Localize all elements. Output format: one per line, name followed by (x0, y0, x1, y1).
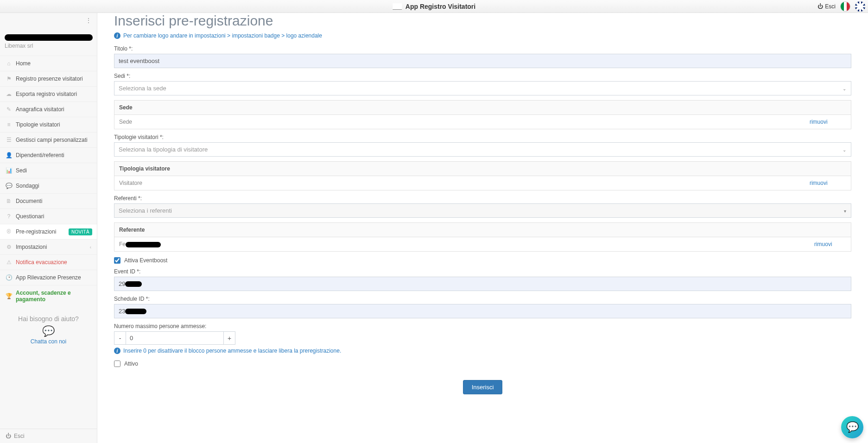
attiva-eventboost-checkbox[interactable] (114, 257, 120, 264)
remove-sede-link[interactable]: rimuovi (810, 119, 828, 125)
label-eventid: Event ID *: (114, 268, 851, 275)
sidebar-item-11[interactable]: ®Pre-registrazioniNOVITÀ (0, 224, 97, 239)
tipologia-header: Tipologia visitatore (114, 162, 786, 176)
power-icon: ⏻ (817, 3, 823, 10)
titolo-input[interactable] (114, 54, 851, 68)
sidebar-item-label: Pre-registrazioni (16, 228, 56, 235)
referenti-select[interactable]: Seleziona i referenti ▾ (114, 203, 851, 218)
sidebar-item-label: Documenti (16, 198, 42, 204)
inserisci-button[interactable]: Inserisci (463, 380, 503, 394)
label-scheduleid: Schedule ID *: (114, 296, 851, 302)
sidebar-exit-button[interactable]: ⏻ Esci (0, 429, 97, 443)
sedi-placeholder: Seleziona la sede (119, 85, 166, 92)
sidebar-item-label: Questionari (16, 213, 44, 220)
table-row: Sede rimuovi (114, 115, 851, 129)
attiva-eventboost-label: Attiva Eventboost (124, 257, 167, 264)
sidebar-icon: 🗎 (6, 198, 12, 204)
chevron-down-icon: ⌄ (843, 86, 846, 91)
sidebar-icon: 🕑 (6, 274, 12, 281)
sidebar-item-2[interactable]: ☁Esporta registro visitatori (0, 86, 97, 101)
table-row: Visitatore rimuovi (114, 176, 851, 190)
sidebar-icon: ⚑ (6, 76, 12, 82)
decrement-button[interactable]: - (114, 331, 126, 345)
sidebar-icon: 👤 (6, 152, 12, 158)
help-box: Hai bisogno di aiuto? 💬 Chatta con noi (0, 307, 97, 353)
eventid-prefix: 29 (119, 280, 125, 287)
info-line[interactable]: i Per cambiare logo andare in impostazio… (114, 32, 851, 39)
sidebar-item-label: Gestisci campi personalizzati (16, 137, 88, 143)
tipologia-cell: Visitatore (114, 176, 786, 190)
sidebar-icon: ☁ (6, 91, 12, 97)
app-title: App Registro Visitatori (405, 3, 475, 10)
chevron-down-icon: ⌄ (843, 147, 846, 152)
sidebar-item-6[interactable]: 👤Dipendenti/referenti (0, 147, 97, 163)
sidebar-item-15[interactable]: 🏆Account, scadenze e pagamento (0, 285, 97, 307)
tipologie-placeholder: Seleziona la tipologia di visitatore (119, 146, 208, 153)
tipologie-table: Tipologia visitatore Visitatore rimuovi (114, 161, 851, 190)
sidebar-item-label: Dipendenti/referenti (16, 152, 64, 158)
help-chat-link[interactable]: Chatta con noi (4, 338, 93, 345)
sedi-table: Sede Sede rimuovi (114, 100, 851, 129)
sidebar-item-3[interactable]: ✎Anagrafica visitatori (0, 101, 97, 117)
label-referenti: Referenti *: (114, 195, 851, 202)
sidebar-icon: ✎ (6, 106, 12, 113)
info-icon: i (114, 348, 120, 354)
sidebar-item-4[interactable]: ≡Tipologie visitatori (0, 117, 97, 132)
sidebar-item-0[interactable]: ⌂Home (0, 56, 97, 71)
sidebar-item-label: Notifica evacuazione (16, 259, 67, 266)
attivo-row[interactable]: Attivo (114, 361, 851, 367)
sidebar-item-7[interactable]: 📊Sedi (0, 163, 97, 178)
sidebar-icon: 📊 (6, 167, 12, 174)
sidebar-item-12[interactable]: ⚙Impostazioni‹ (0, 239, 97, 254)
referente-cell: Fe (114, 237, 796, 252)
sidebar-item-8[interactable]: 💬Sondaggi (0, 178, 97, 193)
sidebar-icon: ☰ (6, 137, 12, 143)
sidebar-item-5[interactable]: ☰Gestisci campi personalizzati (0, 132, 97, 147)
label-sedi: Sedi *: (114, 73, 851, 79)
topbar: App Registro Visitatori ⏻ Esci (0, 0, 868, 13)
referenti-placeholder: Seleziona i referenti (119, 207, 172, 214)
sidebar-icon: 💬 (6, 183, 12, 189)
sidebar-item-9[interactable]: 🗎Documenti (0, 193, 97, 209)
sedi-select[interactable]: Seleziona la sede ⌄ (114, 81, 851, 95)
remove-tipologia-link[interactable]: rimuovi (810, 180, 828, 186)
main-content: Inserisci pre-registrazione i Per cambia… (97, 13, 868, 443)
help-title: Hai bisogno di aiuto? (4, 315, 93, 323)
info-text: Per cambiare logo andare in impostazioni… (123, 32, 322, 39)
scheduleid-input[interactable]: 23 (114, 304, 851, 318)
tipologie-select[interactable]: Seleziona la tipologia di visitatore ⌄ (114, 142, 851, 157)
chat-icon: 💬 (4, 325, 93, 337)
sidebar-item-label: Sedi (16, 167, 27, 174)
sidebar: ⋮ Libemax srl ⌂Home⚑Registro presenze vi… (0, 13, 97, 443)
sidebar-icon: ≡ (6, 121, 12, 128)
referenti-table: Referente Fe rimuovi (114, 222, 851, 252)
redacted-text (125, 281, 142, 287)
sidebar-item-14[interactable]: 🕑App Rilevazione Presenze (0, 270, 97, 285)
sidebar-more-icon[interactable]: ⋮ (85, 17, 92, 24)
exit-button-top[interactable]: ⏻ Esci (817, 3, 836, 10)
sidebar-item-label: Sondaggi (16, 183, 39, 189)
flag-uk-icon[interactable] (855, 1, 865, 12)
numero-hint-text: Inserire 0 per disattivare il blocco per… (123, 348, 341, 354)
sidebar-icon: ⌂ (6, 60, 12, 67)
sidebar-item-10[interactable]: ?Questionari (0, 209, 97, 224)
label-numero: Numero massimo persone ammesse: (114, 323, 851, 329)
exit-label: Esci (825, 3, 836, 10)
sidebar-icon: ⚠ (6, 259, 12, 266)
chat-widget-button[interactable]: 💬 (841, 416, 863, 438)
attivo-checkbox[interactable] (114, 361, 120, 367)
sidebar-icon: ® (6, 228, 12, 235)
novita-badge: NOVITÀ (69, 228, 92, 235)
sidebar-item-13[interactable]: ⚠Notifica evacuazione (0, 254, 97, 270)
attiva-eventboost-row[interactable]: Attiva Eventboost (114, 257, 851, 264)
eventid-input[interactable]: 29 (114, 277, 851, 291)
remove-referente-link[interactable]: rimuovi (814, 241, 832, 247)
sidebar-item-1[interactable]: ⚑Registro presenze visitatori (0, 71, 97, 86)
referente-header: Referente (114, 223, 796, 237)
chevron-left-icon: ‹ (90, 245, 91, 250)
sede-header: Sede (114, 101, 786, 115)
sidebar-nav: ⌂Home⚑Registro presenze visitatori☁Espor… (0, 56, 97, 307)
flag-it-icon[interactable] (840, 1, 850, 12)
increment-button[interactable]: + (223, 331, 235, 345)
numero-input[interactable] (126, 331, 223, 345)
